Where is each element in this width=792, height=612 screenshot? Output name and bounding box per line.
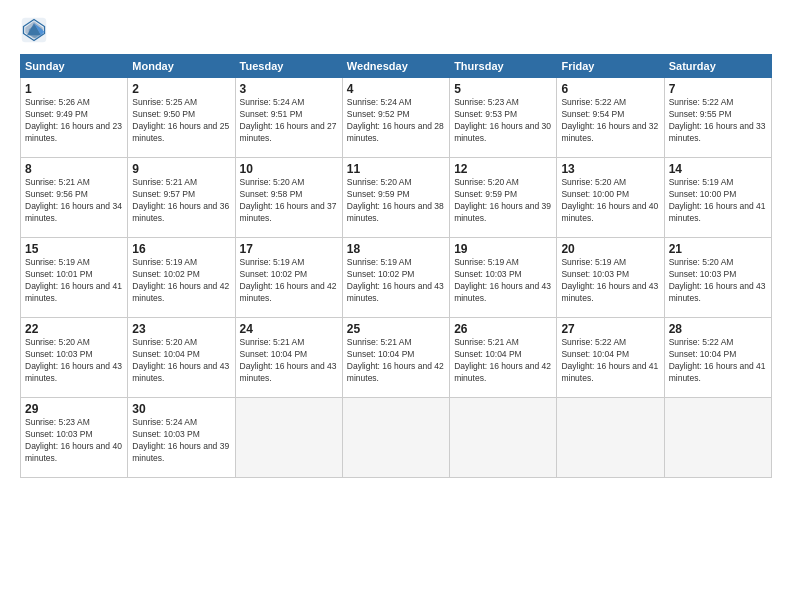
sunrise-label: Sunrise: 5:22 AM <box>669 337 734 347</box>
day-info: Sunrise: 5:20 AM Sunset: 9:58 PM Dayligh… <box>240 177 338 225</box>
sunrise-label: Sunrise: 5:20 AM <box>669 257 734 267</box>
sunset-label: Sunset: 10:03 PM <box>561 269 629 279</box>
sunset-label: Sunset: 10:03 PM <box>132 429 200 439</box>
day-number: 4 <box>347 82 445 96</box>
sunset-label: Sunset: 10:04 PM <box>240 349 308 359</box>
day-number: 20 <box>561 242 659 256</box>
weekday-header-wednesday: Wednesday <box>342 55 449 78</box>
sunrise-label: Sunrise: 5:19 AM <box>347 257 412 267</box>
day-number: 15 <box>25 242 123 256</box>
calendar-cell: 12 Sunrise: 5:20 AM Sunset: 9:59 PM Dayl… <box>450 158 557 238</box>
day-info: Sunrise: 5:19 AM Sunset: 10:02 PM Daylig… <box>132 257 230 305</box>
day-number: 17 <box>240 242 338 256</box>
calendar-cell: 16 Sunrise: 5:19 AM Sunset: 10:02 PM Day… <box>128 238 235 318</box>
sunrise-label: Sunrise: 5:19 AM <box>240 257 305 267</box>
calendar-cell: 11 Sunrise: 5:20 AM Sunset: 9:59 PM Dayl… <box>342 158 449 238</box>
daylight-label: Daylight: 16 hours and 30 minutes. <box>454 121 551 143</box>
sunset-label: Sunset: 10:03 PM <box>454 269 522 279</box>
day-number: 12 <box>454 162 552 176</box>
calendar-cell: 21 Sunrise: 5:20 AM Sunset: 10:03 PM Day… <box>664 238 771 318</box>
daylight-label: Daylight: 16 hours and 42 minutes. <box>240 281 337 303</box>
day-number: 22 <box>25 322 123 336</box>
page-header <box>20 16 772 44</box>
daylight-label: Daylight: 16 hours and 27 minutes. <box>240 121 337 143</box>
weekday-header-saturday: Saturday <box>664 55 771 78</box>
day-number: 6 <box>561 82 659 96</box>
sunrise-label: Sunrise: 5:24 AM <box>132 417 197 427</box>
weekday-header-friday: Friday <box>557 55 664 78</box>
calendar-week-row: 22 Sunrise: 5:20 AM Sunset: 10:03 PM Day… <box>21 318 772 398</box>
calendar-page: SundayMondayTuesdayWednesdayThursdayFrid… <box>0 0 792 612</box>
day-number: 19 <box>454 242 552 256</box>
day-number: 11 <box>347 162 445 176</box>
daylight-label: Daylight: 16 hours and 25 minutes. <box>132 121 229 143</box>
sunset-label: Sunset: 10:04 PM <box>669 349 737 359</box>
daylight-label: Daylight: 16 hours and 38 minutes. <box>347 201 444 223</box>
daylight-label: Daylight: 16 hours and 43 minutes. <box>669 281 766 303</box>
day-info: Sunrise: 5:20 AM Sunset: 10:00 PM Daylig… <box>561 177 659 225</box>
day-number: 9 <box>132 162 230 176</box>
day-info: Sunrise: 5:20 AM Sunset: 9:59 PM Dayligh… <box>347 177 445 225</box>
weekday-header-row: SundayMondayTuesdayWednesdayThursdayFrid… <box>21 55 772 78</box>
sunrise-label: Sunrise: 5:25 AM <box>132 97 197 107</box>
sunrise-label: Sunrise: 5:19 AM <box>132 257 197 267</box>
day-number: 3 <box>240 82 338 96</box>
weekday-header-thursday: Thursday <box>450 55 557 78</box>
day-number: 16 <box>132 242 230 256</box>
daylight-label: Daylight: 16 hours and 39 minutes. <box>132 441 229 463</box>
daylight-label: Daylight: 16 hours and 41 minutes. <box>561 361 658 383</box>
calendar-cell: 13 Sunrise: 5:20 AM Sunset: 10:00 PM Day… <box>557 158 664 238</box>
day-number: 8 <box>25 162 123 176</box>
calendar-week-row: 15 Sunrise: 5:19 AM Sunset: 10:01 PM Day… <box>21 238 772 318</box>
day-number: 28 <box>669 322 767 336</box>
calendar-cell: 10 Sunrise: 5:20 AM Sunset: 9:58 PM Dayl… <box>235 158 342 238</box>
day-info: Sunrise: 5:25 AM Sunset: 9:50 PM Dayligh… <box>132 97 230 145</box>
daylight-label: Daylight: 16 hours and 32 minutes. <box>561 121 658 143</box>
day-info: Sunrise: 5:23 AM Sunset: 10:03 PM Daylig… <box>25 417 123 465</box>
day-number: 24 <box>240 322 338 336</box>
sunset-label: Sunset: 10:02 PM <box>347 269 415 279</box>
sunrise-label: Sunrise: 5:20 AM <box>132 337 197 347</box>
sunrise-label: Sunrise: 5:21 AM <box>25 177 90 187</box>
day-info: Sunrise: 5:20 AM Sunset: 10:04 PM Daylig… <box>132 337 230 385</box>
day-info: Sunrise: 5:20 AM Sunset: 10:03 PM Daylig… <box>25 337 123 385</box>
daylight-label: Daylight: 16 hours and 36 minutes. <box>132 201 229 223</box>
weekday-header-tuesday: Tuesday <box>235 55 342 78</box>
calendar-week-row: 8 Sunrise: 5:21 AM Sunset: 9:56 PM Dayli… <box>21 158 772 238</box>
sunset-label: Sunset: 10:02 PM <box>132 269 200 279</box>
sunset-label: Sunset: 9:49 PM <box>25 109 88 119</box>
calendar-cell: 19 Sunrise: 5:19 AM Sunset: 10:03 PM Day… <box>450 238 557 318</box>
day-info: Sunrise: 5:19 AM Sunset: 10:03 PM Daylig… <box>454 257 552 305</box>
sunset-label: Sunset: 9:54 PM <box>561 109 624 119</box>
daylight-label: Daylight: 16 hours and 28 minutes. <box>347 121 444 143</box>
sunrise-label: Sunrise: 5:21 AM <box>347 337 412 347</box>
calendar-cell: 23 Sunrise: 5:20 AM Sunset: 10:04 PM Day… <box>128 318 235 398</box>
calendar-cell: 4 Sunrise: 5:24 AM Sunset: 9:52 PM Dayli… <box>342 78 449 158</box>
sunset-label: Sunset: 10:03 PM <box>669 269 737 279</box>
sunset-label: Sunset: 9:59 PM <box>347 189 410 199</box>
day-number: 1 <box>25 82 123 96</box>
daylight-label: Daylight: 16 hours and 41 minutes. <box>669 361 766 383</box>
day-info: Sunrise: 5:22 AM Sunset: 10:04 PM Daylig… <box>669 337 767 385</box>
day-info: Sunrise: 5:24 AM Sunset: 10:03 PM Daylig… <box>132 417 230 465</box>
calendar-cell: 27 Sunrise: 5:22 AM Sunset: 10:04 PM Day… <box>557 318 664 398</box>
calendar-cell: 6 Sunrise: 5:22 AM Sunset: 9:54 PM Dayli… <box>557 78 664 158</box>
logo <box>20 16 52 44</box>
daylight-label: Daylight: 16 hours and 42 minutes. <box>132 281 229 303</box>
daylight-label: Daylight: 16 hours and 43 minutes. <box>132 361 229 383</box>
day-info: Sunrise: 5:19 AM Sunset: 10:00 PM Daylig… <box>669 177 767 225</box>
day-info: Sunrise: 5:19 AM Sunset: 10:02 PM Daylig… <box>347 257 445 305</box>
sunset-label: Sunset: 10:04 PM <box>454 349 522 359</box>
calendar-cell <box>235 398 342 478</box>
calendar-cell: 5 Sunrise: 5:23 AM Sunset: 9:53 PM Dayli… <box>450 78 557 158</box>
sunset-label: Sunset: 10:00 PM <box>561 189 629 199</box>
sunrise-label: Sunrise: 5:19 AM <box>669 177 734 187</box>
day-number: 23 <box>132 322 230 336</box>
sunset-label: Sunset: 9:55 PM <box>669 109 732 119</box>
sunset-label: Sunset: 10:01 PM <box>25 269 93 279</box>
day-number: 5 <box>454 82 552 96</box>
sunset-label: Sunset: 9:53 PM <box>454 109 517 119</box>
calendar-cell: 25 Sunrise: 5:21 AM Sunset: 10:04 PM Day… <box>342 318 449 398</box>
day-number: 29 <box>25 402 123 416</box>
sunrise-label: Sunrise: 5:19 AM <box>454 257 519 267</box>
